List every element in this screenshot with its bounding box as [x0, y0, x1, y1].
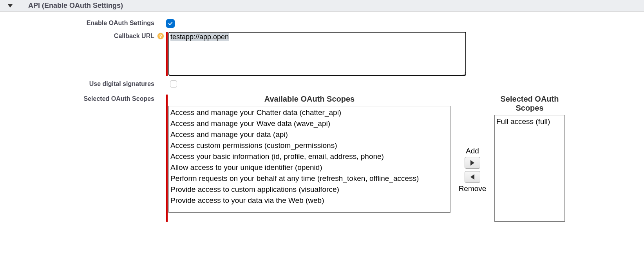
selected-scopes-column: Selected OAuth Scopes Full access (full): [494, 95, 565, 222]
section-header: API (Enable OAuth Settings): [0, 0, 644, 12]
add-scope-button[interactable]: [465, 157, 480, 169]
available-scopes-column: Available OAuth Scopes Access and manage…: [168, 95, 450, 222]
form-body: Enable OAuth Settings Callback URL ? Use…: [0, 12, 644, 235]
help-icon[interactable]: ?: [157, 33, 164, 39]
remove-scope-button[interactable]: [465, 171, 480, 183]
section-title: API (Enable OAuth Settings): [28, 2, 123, 10]
callback-url-input[interactable]: [168, 32, 466, 76]
scope-add-remove-controls: Add Remove: [455, 95, 490, 222]
disclosure-triangle-icon[interactable]: [8, 4, 13, 7]
add-label: Add: [466, 147, 479, 155]
list-item[interactable]: Provide access to your data via the Web …: [170, 195, 449, 206]
list-item[interactable]: Access and manage your Chatter data (cha…: [170, 107, 449, 118]
digital-signatures-checkbox[interactable]: [170, 80, 177, 87]
label-selected-scopes: Selected OAuth Scopes: [0, 95, 157, 102]
remove-label: Remove: [459, 184, 487, 193]
label-callback-url: Callback URL: [0, 32, 157, 40]
list-item[interactable]: Access and manage your data (api): [170, 129, 449, 140]
list-item[interactable]: Provide access to custom applications (v…: [170, 184, 449, 195]
arrow-left-icon: [470, 174, 474, 180]
required-bar: [166, 32, 168, 76]
list-item[interactable]: Allow access to your unique identifier (…: [170, 162, 449, 173]
row-digital-signatures: Use digital signatures: [0, 80, 644, 87]
label-enable-oauth: Enable OAuth Settings: [0, 19, 157, 27]
row-enable-oauth: Enable OAuth Settings: [0, 19, 644, 28]
label-digital-signatures: Use digital signatures: [0, 80, 157, 87]
list-item[interactable]: Access custom permissions (custom_permis…: [170, 140, 449, 151]
required-bar-scopes: [166, 95, 168, 222]
row-callback-url: Callback URL ?: [0, 32, 644, 76]
selected-scopes-listbox[interactable]: Full access (full): [494, 115, 565, 222]
available-scopes-listbox[interactable]: Access and manage your Chatter data (cha…: [168, 106, 450, 213]
selected-scopes-heading: Selected OAuth Scopes: [494, 95, 565, 113]
list-item[interactable]: Perform requests on your behalf at any t…: [170, 173, 449, 184]
list-item[interactable]: Access and manage your Wave data (wave_a…: [170, 118, 449, 129]
enable-oauth-checkbox[interactable]: [166, 19, 175, 28]
list-item[interactable]: Access your basic information (id, profi…: [170, 151, 449, 162]
checkmark-icon: [168, 21, 173, 26]
available-scopes-heading: Available OAuth Scopes: [168, 95, 450, 104]
scopes-picklist: Available OAuth Scopes Access and manage…: [168, 95, 565, 222]
arrow-right-icon: [470, 160, 474, 166]
row-oauth-scopes: Selected OAuth Scopes Available OAuth Sc…: [0, 95, 644, 222]
list-item[interactable]: Full access (full): [496, 116, 563, 127]
